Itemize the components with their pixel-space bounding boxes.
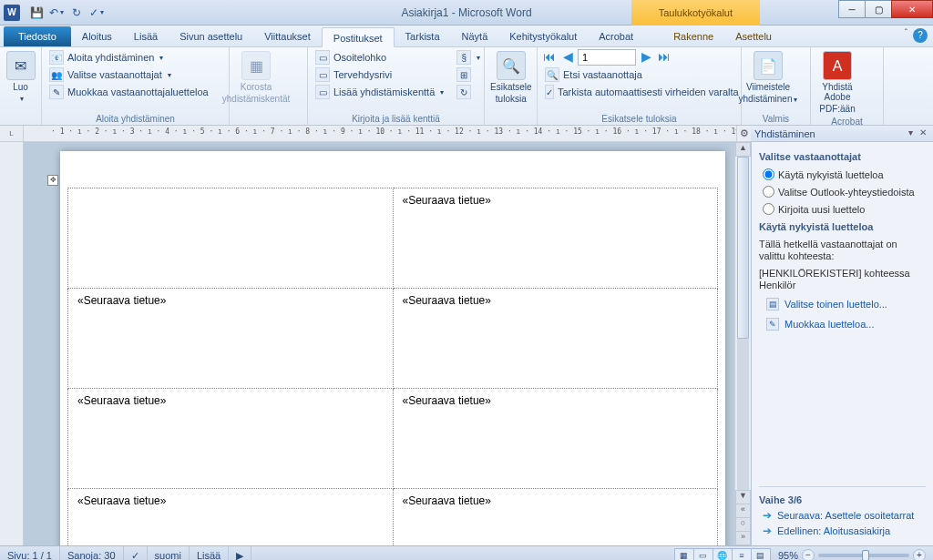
group-preview-label: Esikatsele tuloksia bbox=[541, 113, 737, 125]
record-number-input[interactable] bbox=[578, 49, 636, 66]
tab-page-layout[interactable]: Sivun asettelu bbox=[169, 26, 253, 46]
check-icon: ✓ bbox=[545, 85, 554, 99]
view-print-layout[interactable]: ▦ bbox=[674, 548, 694, 561]
tab-references[interactable]: Viittaukset bbox=[253, 26, 322, 46]
taskpane-menu-icon[interactable]: ▾ bbox=[904, 127, 917, 140]
prev-record-button[interactable]: ◀ bbox=[559, 49, 576, 66]
view-outline[interactable]: ≡ bbox=[732, 548, 752, 561]
update-labels-button[interactable]: ↻ bbox=[453, 84, 484, 100]
tab-table-design[interactable]: Rakenne bbox=[662, 26, 724, 46]
tab-selector[interactable]: L bbox=[0, 126, 24, 141]
minimize-ribbon-icon[interactable]: ˆ bbox=[905, 28, 907, 43]
tab-developer[interactable]: Kehitystyökalut bbox=[498, 26, 588, 46]
browse-object-button[interactable]: ○ bbox=[735, 517, 751, 532]
merge-to-pdf-button[interactable]: AYhdistä AdobePDF:ään bbox=[815, 49, 860, 116]
scroll-track[interactable] bbox=[737, 157, 749, 491]
prev-page-button[interactable]: « bbox=[735, 504, 751, 518]
view-buttons: ▦ ▭ 🌐 ≡ ▤ bbox=[675, 548, 771, 561]
status-page[interactable]: Sivu: 1 / 1 bbox=[0, 546, 60, 560]
greeting-line-button[interactable]: ▭Tervehdysrivi bbox=[312, 66, 447, 83]
radio-outlook[interactable]: Valitse Outlook-yhteystiedoista bbox=[763, 186, 926, 198]
zoom-in-button[interactable]: + bbox=[913, 549, 926, 561]
edit-recipient-list-button[interactable]: ✎Muokkaa vastaanottajaluetteloa bbox=[46, 84, 212, 100]
next-record-button[interactable]: ▶ bbox=[638, 49, 654, 66]
link-prev-step[interactable]: ➔Edellinen: Aloitusasiakirja bbox=[763, 524, 926, 537]
tab-home[interactable]: Aloitus bbox=[71, 26, 123, 46]
tab-review[interactable]: Tarkista bbox=[395, 26, 451, 46]
help-icon[interactable]: ? bbox=[913, 28, 928, 43]
insert-merge-field-button[interactable]: ▭Lisää yhdistämiskenttä▾ bbox=[312, 84, 447, 100]
vertical-ruler[interactable] bbox=[0, 142, 24, 545]
status-word-count[interactable]: Sanoja: 30 bbox=[60, 546, 124, 560]
select-recipients-button[interactable]: 👥Valitse vastaanottajat▾ bbox=[46, 66, 212, 83]
document-area[interactable]: ✥ «Seuraava tietue» «Seuraava tietue» «S… bbox=[24, 142, 734, 545]
label-cell[interactable]: «Seuraava tietue» bbox=[68, 489, 394, 546]
auto-check-errors-button[interactable]: ✓Tarkista automaattisesti virheiden vara… bbox=[541, 84, 737, 100]
first-record-button[interactable]: ⏮ bbox=[541, 49, 558, 66]
tab-acrobat[interactable]: Acrobat bbox=[588, 26, 644, 46]
view-full-screen[interactable]: ▭ bbox=[693, 548, 713, 561]
label-cell[interactable]: «Seuraava tietue» bbox=[68, 389, 394, 489]
vertical-scrollbar[interactable]: ▲ ▼ « ○ » bbox=[734, 142, 751, 545]
status-language[interactable]: suomi bbox=[148, 546, 190, 560]
qat-custom-icon[interactable]: ✓▾ bbox=[87, 4, 106, 22]
link-edit-list[interactable]: ✎Muokkaa luetteloa... bbox=[766, 318, 926, 331]
status-macro[interactable]: ▶ bbox=[229, 546, 251, 560]
label-cell[interactable] bbox=[68, 188, 394, 289]
start-mail-merge-button[interactable]: 📧Aloita yhdistäminen▾ bbox=[46, 49, 212, 66]
scroll-down-button[interactable]: ▼ bbox=[735, 490, 751, 504]
minimize-button[interactable]: ─ bbox=[838, 0, 866, 18]
label-cell[interactable]: «Seuraava tietue» bbox=[393, 289, 718, 389]
group-write-insert-label: Kirjoita ja lisää kenttiä bbox=[312, 113, 480, 125]
address-block-button[interactable]: ▭Osoitelohko bbox=[312, 49, 447, 66]
match-fields-button[interactable]: ⊞ bbox=[453, 66, 484, 83]
zoom-slider[interactable] bbox=[818, 554, 909, 557]
edit-icon: ✎ bbox=[49, 85, 64, 99]
radio-use-existing[interactable]: Käytä nykyistä luetteloa bbox=[763, 168, 926, 180]
tab-insert[interactable]: Lisää bbox=[123, 26, 169, 46]
scroll-thumb[interactable] bbox=[737, 157, 749, 339]
table-row: «Seuraava tietue» «Seuraava tietue» bbox=[68, 289, 718, 389]
status-insert-mode[interactable]: Lisää bbox=[190, 546, 229, 560]
label-cell[interactable]: «Seuraava tietue» bbox=[393, 188, 718, 289]
file-tab[interactable]: Tiedosto bbox=[4, 26, 71, 46]
undo-icon[interactable]: ↶▾ bbox=[47, 4, 66, 22]
match-icon: ⊞ bbox=[456, 67, 471, 82]
title-bar: W 💾 ↶▾ ↻ ✓▾ Asiakirja1 - Microsoft Word … bbox=[0, 0, 933, 25]
zoom-thumb[interactable] bbox=[862, 550, 869, 561]
last-record-button[interactable]: ⏭ bbox=[656, 49, 672, 66]
label-cell[interactable]: «Seuraava tietue» bbox=[393, 489, 718, 546]
link-next-step[interactable]: ➔Seuraava: Asettele osoitetarrat bbox=[763, 509, 926, 522]
next-page-button[interactable]: » bbox=[735, 531, 751, 545]
horizontal-ruler[interactable]: · 1 · ı · 2 · ı · 3 · ı · 4 · ı · 5 · ı … bbox=[24, 126, 736, 141]
tab-view[interactable]: Näytä bbox=[451, 26, 499, 46]
finish-merge-button[interactable]: 📄Viimeisteleyhdistäminen▾ bbox=[745, 49, 791, 107]
scroll-up-button[interactable]: ▲ bbox=[735, 142, 751, 157]
zoom-controls: 95% − + bbox=[771, 549, 933, 561]
link-select-other-list[interactable]: ▤Valitse toinen luettelo... bbox=[766, 298, 926, 311]
ruler-toggle-icon[interactable]: ⚙ bbox=[736, 126, 751, 141]
zoom-out-button[interactable]: − bbox=[802, 549, 815, 561]
close-button[interactable]: ✕ bbox=[891, 0, 933, 18]
radio-use-existing-input[interactable] bbox=[763, 168, 774, 180]
zoom-level[interactable]: 95% bbox=[778, 550, 798, 561]
maximize-button[interactable]: ▢ bbox=[865, 0, 892, 18]
radio-new-list[interactable]: Kirjoita uusi luettelo bbox=[763, 203, 926, 215]
tab-table-layout[interactable]: Asettelu bbox=[724, 26, 783, 46]
table-move-handle[interactable]: ✥ bbox=[47, 175, 58, 186]
preview-results-button[interactable]: 🔍Esikatseletuloksia bbox=[488, 49, 534, 106]
redo-icon[interactable]: ↻ bbox=[67, 4, 86, 22]
tab-mailings[interactable]: Postitukset bbox=[322, 27, 395, 47]
label-cell[interactable]: «Seuraava tietue» bbox=[393, 389, 718, 489]
create-button[interactable]: ✉Luo▾ bbox=[4, 49, 37, 106]
taskpane-close-icon[interactable]: ✕ bbox=[917, 127, 929, 140]
status-proofing[interactable]: ✓ bbox=[124, 546, 148, 560]
rules-button[interactable]: §▾ bbox=[453, 49, 484, 66]
save-icon[interactable]: 💾 bbox=[27, 4, 46, 22]
view-draft[interactable]: ▤ bbox=[751, 548, 771, 561]
find-recipient-button[interactable]: 🔍Etsi vastaanottaja bbox=[541, 66, 737, 83]
view-web-layout[interactable]: 🌐 bbox=[713, 548, 733, 561]
radio-new-list-input[interactable] bbox=[763, 203, 774, 215]
label-cell[interactable]: «Seuraava tietue» bbox=[68, 289, 394, 389]
radio-outlook-input[interactable] bbox=[763, 186, 774, 198]
